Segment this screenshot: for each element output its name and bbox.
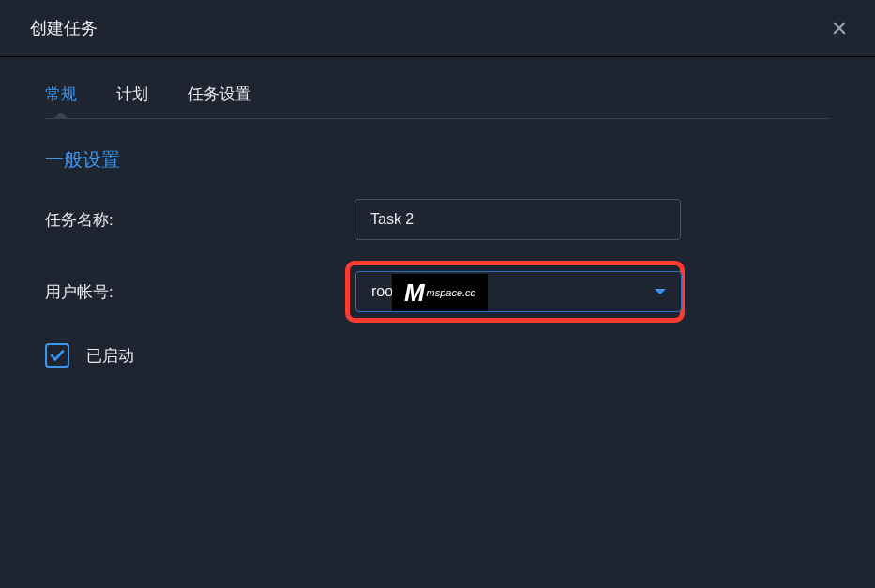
tabs: 常规 计划 任务设置 [45, 57, 830, 119]
user-account-label: 用户帐号: [45, 281, 355, 303]
task-name-row: 任务名称: [45, 199, 830, 240]
chevron-down-icon [655, 289, 666, 294]
close-icon [831, 20, 848, 37]
enabled-row: 已启动 [45, 343, 830, 368]
task-name-input[interactable] [355, 199, 681, 240]
dialog-body: 常规 计划 任务设置 一般设置 任务名称: 用户帐号: root M mspac… [0, 57, 875, 368]
dialog-header: 创建任务 [0, 0, 875, 57]
user-account-row: 用户帐号: root M mspace.cc [45, 261, 830, 323]
watermark-text: mspace.cc [427, 287, 476, 298]
dialog-title: 创建任务 [30, 17, 98, 39]
user-account-select[interactable]: root M mspace.cc [355, 271, 682, 312]
section-title-general: 一般设置 [45, 147, 830, 173]
create-task-dialog: 创建任务 常规 计划 任务设置 一般设置 任务名称: 用户帐号: root [0, 0, 875, 588]
enabled-label: 已启动 [86, 345, 134, 367]
check-icon [49, 347, 66, 364]
tab-task-settings[interactable]: 任务设置 [188, 83, 251, 118]
enabled-checkbox[interactable] [45, 343, 69, 368]
highlight-box: root M mspace.cc [345, 261, 685, 323]
close-button[interactable] [830, 19, 849, 38]
tab-general[interactable]: 常规 [45, 83, 77, 118]
tab-schedule[interactable]: 计划 [116, 83, 148, 118]
watermark-overlay: M mspace.cc [392, 274, 488, 311]
task-name-label: 任务名称: [45, 209, 355, 231]
watermark-logo: M [404, 279, 425, 308]
